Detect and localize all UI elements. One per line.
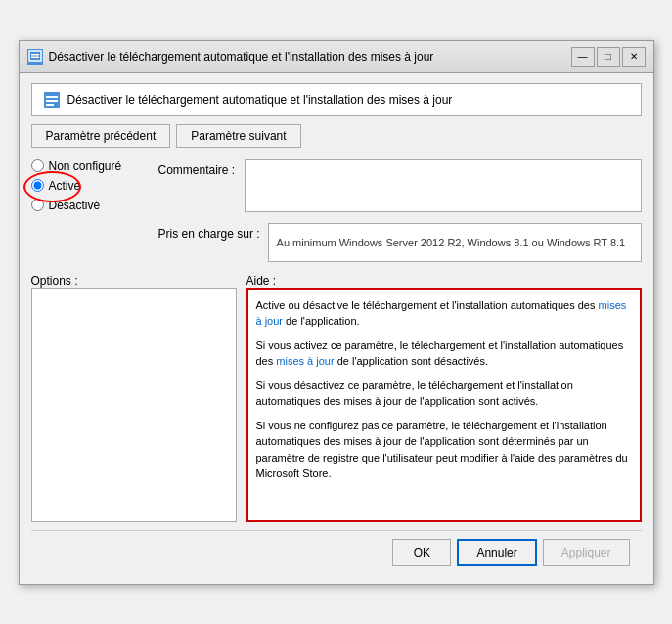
policy-title-bar: Désactiver le téléchargement automatique… (31, 83, 642, 116)
main-window: Désactiver le téléchargement automatique… (19, 40, 654, 585)
svg-rect-1 (31, 54, 39, 56)
footer: OK Annuler Appliquer (31, 530, 642, 574)
title-buttons: — □ ✕ (571, 47, 646, 67)
options-box (31, 288, 237, 522)
radio-active-label: Activé (49, 179, 81, 193)
cancel-button[interactable]: Annuler (457, 539, 536, 566)
comment-textarea[interactable] (245, 159, 642, 212)
svg-rect-0 (29, 51, 41, 61)
window-title: Désactiver le téléchargement automatique… (49, 50, 434, 64)
aide-section: Aide : Active ou désactive le télécharge… (246, 274, 642, 522)
svg-rect-4 (46, 96, 58, 98)
next-button[interactable]: Paramètre suivant (176, 124, 300, 148)
aide-para-4: Si vous ne configurez pas ce paramètre, … (256, 418, 632, 482)
aide-label: Aide : (246, 274, 642, 288)
aide-para-1: Active ou désactive le téléchargement et… (256, 297, 632, 330)
aide-para-3: Si vous désactivez ce paramètre, le télé… (256, 378, 632, 410)
right-panel: Commentaire : Pris en charge sur : Au mi… (158, 159, 642, 270)
minimize-button[interactable]: — (571, 47, 595, 67)
aide-para-2: Si vous activez ce paramètre, le télécha… (256, 337, 632, 370)
policy-icon (42, 90, 62, 110)
apply-button[interactable]: Appliquer (543, 539, 630, 566)
radio-group: Non configuré Activé Désactivé (31, 159, 149, 212)
radio-non-configure-input[interactable] (31, 159, 44, 172)
highlight-2: mises à jour (276, 355, 334, 367)
dialog-content: Désactiver le téléchargement automatique… (20, 73, 653, 584)
supported-value-box: Au minimum Windows Server 2012 R2, Windo… (268, 223, 642, 262)
svg-rect-5 (46, 100, 58, 102)
comment-label: Commentaire : (158, 159, 237, 177)
supported-label: Pris en charge sur : (158, 223, 260, 241)
prev-button[interactable]: Paramètre précédent (31, 124, 171, 148)
options-label: Options : (31, 274, 237, 288)
radio-non-configure[interactable]: Non configuré (31, 159, 149, 173)
left-panel: Non configuré Activé Désactivé (31, 159, 149, 270)
nav-buttons: Paramètre précédent Paramètre suivant (31, 124, 642, 148)
radio-desactive-label: Désactivé (49, 199, 101, 212)
options-section: Options : (31, 274, 237, 522)
ok-button[interactable]: OK (392, 539, 451, 566)
maximize-button[interactable]: □ (597, 47, 620, 67)
radio-active-input[interactable] (31, 179, 44, 192)
svg-rect-2 (31, 56, 39, 58)
window-icon (27, 49, 43, 65)
bottom-labels: Options : Aide : Active ou désactive le … (31, 274, 642, 522)
supported-value-text: Au minimum Windows Server 2012 R2, Windo… (277, 237, 626, 248)
close-button[interactable]: ✕ (622, 47, 646, 67)
highlight-1: mises à jour (256, 299, 627, 328)
aide-box: Active ou désactive le téléchargement et… (246, 288, 642, 522)
supported-row: Pris en charge sur : Au minimum Windows … (158, 223, 642, 262)
radio-desactive[interactable]: Désactivé (31, 199, 149, 212)
radio-active[interactable]: Activé (31, 179, 149, 193)
policy-title-text: Désactiver le téléchargement automatique… (67, 93, 453, 107)
radio-desactive-input[interactable] (31, 199, 44, 211)
comment-row: Commentaire : (158, 159, 642, 215)
svg-rect-6 (46, 104, 54, 106)
main-area: Non configuré Activé Désactivé Comme (31, 159, 642, 270)
radio-non-configure-label: Non configuré (49, 159, 122, 173)
title-bar-left: Désactiver le téléchargement automatique… (27, 49, 434, 65)
comment-area-wrapper (245, 159, 642, 215)
title-bar: Désactiver le téléchargement automatique… (20, 41, 653, 73)
